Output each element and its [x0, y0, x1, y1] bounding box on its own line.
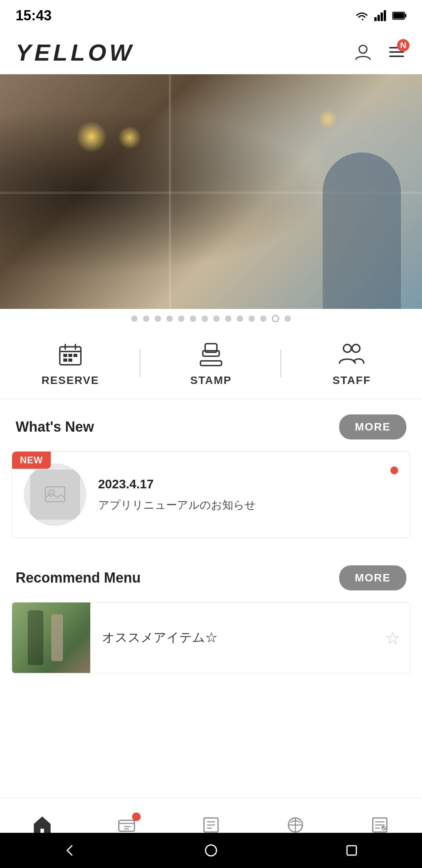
dot-12[interactable] [260, 316, 266, 322]
staff-label: STAFF [333, 374, 371, 387]
svg-point-24 [352, 344, 360, 352]
recommend-header: Recommend Menu MORE [0, 550, 422, 598]
dot-14[interactable] [284, 316, 291, 322]
whats-new-more-button[interactable]: MORE [339, 414, 406, 439]
svg-point-23 [343, 344, 351, 352]
svg-rect-10 [389, 56, 404, 57]
stamp-icon [197, 341, 225, 368]
dot-13[interactable] [272, 315, 279, 322]
dot-1[interactable] [131, 316, 138, 322]
svg-rect-16 [68, 354, 72, 357]
recommend-title: Recommend Menu [16, 570, 141, 586]
header-right: N [353, 42, 406, 63]
reserve-label: RESERVE [41, 374, 99, 387]
hero-image [0, 74, 422, 309]
news-date: 2023.4.17 [98, 477, 379, 491]
wifi-icon [355, 9, 369, 23]
svg-rect-44 [347, 846, 356, 855]
news-card[interactable]: NEW 2023.4.17 アプリリニューアルのお知らせ [12, 451, 410, 538]
dot-4[interactable] [166, 316, 173, 322]
svg-point-7 [359, 45, 367, 53]
svg-rect-27 [119, 820, 134, 831]
recommend-content: オススメアイテム☆ [90, 617, 383, 658]
header-logo: YELLOW [16, 39, 135, 66]
favorite-star-icon[interactable]: ☆ [383, 628, 402, 647]
user-icon-button[interactable] [353, 42, 373, 63]
main-content: RESERVE STAMP STAFF [0, 328, 422, 787]
dot-3[interactable] [155, 316, 161, 322]
svg-rect-5 [405, 14, 406, 18]
status-time: 15:43 [16, 7, 52, 24]
calendar-icon [57, 341, 84, 368]
recommend-item-title: オススメアイテム☆ [102, 630, 218, 644]
recommend-more-button[interactable]: MORE [339, 565, 406, 590]
news-thumb-inner [30, 470, 80, 520]
news-content: 2023.4.17 アプリリニューアルのお知らせ [98, 477, 379, 513]
dot-8[interactable] [213, 316, 220, 322]
android-home-button[interactable] [199, 839, 223, 862]
dot-5[interactable] [178, 316, 184, 322]
recommend-image [12, 603, 90, 673]
staff-icon [338, 341, 365, 368]
signal-icon [374, 9, 388, 23]
dot-9[interactable] [225, 316, 231, 322]
header: YELLOW N [0, 31, 422, 74]
svg-rect-3 [384, 10, 386, 21]
carousel-dots [0, 309, 422, 328]
dot-7[interactable] [202, 316, 208, 322]
svg-rect-6 [393, 13, 404, 18]
svg-rect-0 [374, 17, 377, 21]
svg-point-43 [206, 845, 216, 856]
news-badge: NEW [12, 452, 51, 469]
news-text: アプリリニューアルのお知らせ [98, 498, 379, 513]
svg-rect-17 [73, 354, 77, 357]
status-icons [355, 9, 406, 23]
dot-2[interactable] [143, 316, 149, 322]
whats-new-title: What's New [16, 419, 94, 435]
notification-badge: N [397, 39, 409, 52]
android-back-button[interactable] [59, 839, 82, 862]
svg-rect-15 [63, 354, 67, 357]
stamp-label: STAMP [190, 374, 232, 387]
battery-icon [392, 9, 406, 23]
whats-new-header: What's New MORE [0, 399, 422, 447]
android-nav-bar [0, 833, 422, 868]
svg-rect-19 [68, 359, 72, 362]
coupon-notification-dot [132, 812, 141, 821]
status-bar: 15:43 [0, 0, 422, 31]
svg-rect-1 [377, 15, 380, 21]
quick-action-reserve[interactable]: RESERVE [0, 341, 141, 387]
recommend-card[interactable]: オススメアイテム☆ ☆ [12, 602, 410, 673]
android-recent-button[interactable] [340, 839, 363, 862]
news-thumbnail [24, 463, 86, 526]
news-unread-dot [390, 466, 398, 474]
menu-icon-button[interactable]: N [387, 42, 406, 63]
quick-action-stamp[interactable]: STAMP [141, 341, 281, 387]
quick-action-staff[interactable]: STAFF [281, 341, 422, 387]
dot-10[interactable] [237, 316, 243, 322]
svg-rect-22 [200, 361, 222, 366]
dot-6[interactable] [190, 316, 196, 322]
svg-rect-18 [63, 359, 67, 362]
svg-rect-2 [381, 13, 383, 21]
dot-11[interactable] [249, 316, 255, 322]
quick-actions: RESERVE STAMP STAFF [0, 328, 422, 399]
